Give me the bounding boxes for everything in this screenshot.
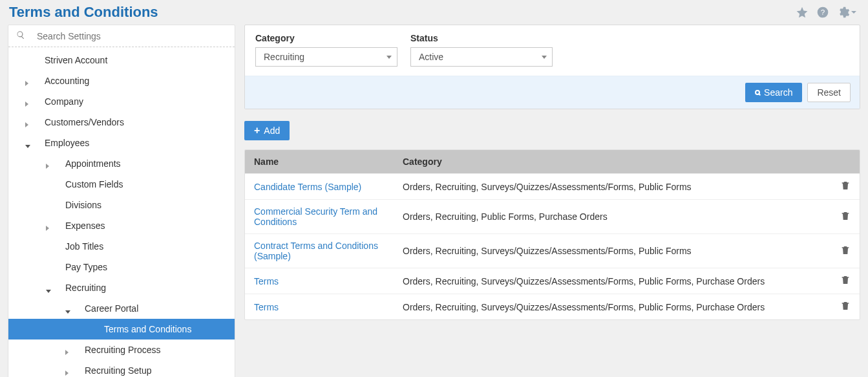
expander-icon[interactable] <box>65 305 72 312</box>
expander-icon[interactable] <box>25 78 32 84</box>
row-category: Orders, Recruiting, Public Forms, Purcha… <box>403 211 825 222</box>
search-icon <box>755 90 760 95</box>
row-name-link[interactable]: Contract Terms and Conditions (Sample) <box>254 241 378 261</box>
sidebar-item-recruiting[interactable]: Recruiting <box>8 277 235 298</box>
spacer <box>46 202 52 208</box>
status-label: Status <box>410 33 553 43</box>
expander-icon[interactable] <box>46 285 52 291</box>
sidebar-item-label: Company <box>45 96 83 107</box>
add-button[interactable]: + Add <box>244 121 290 140</box>
gear-icon[interactable] <box>837 6 856 19</box>
main-content: Category Recruiting Status Active <box>244 25 860 377</box>
expander-icon[interactable] <box>65 367 72 374</box>
expander-icon[interactable] <box>25 140 32 146</box>
expander-icon[interactable] <box>25 119 32 125</box>
category-label: Category <box>255 33 397 43</box>
row-name-link[interactable]: Terms <box>254 302 279 312</box>
sidebar-item-terms-and-conditions[interactable]: Terms and Conditions <box>8 319 235 339</box>
sidebar-item-label: Accounting <box>45 76 89 86</box>
spacer <box>25 57 32 63</box>
sidebar-item-label: Terms and Conditions <box>104 324 191 334</box>
spacer <box>85 326 91 332</box>
sidebar-item-accounting[interactable]: Accounting <box>8 70 235 91</box>
category-select[interactable]: Recruiting <box>255 47 397 67</box>
search-button-label: Search <box>764 87 792 98</box>
trash-icon[interactable] <box>840 277 851 287</box>
table-row: Candidate Terms (Sample)Orders, Recruiti… <box>245 173 860 199</box>
spacer <box>46 264 52 270</box>
sidebar-item-company[interactable]: Company <box>8 91 235 112</box>
sidebar-item-label: Employees <box>45 138 89 148</box>
sidebar-item-employees[interactable]: Employees <box>8 133 235 153</box>
row-category: Orders, Recruiting, Surveys/Quizzes/Asse… <box>403 182 825 192</box>
col-header-name: Name <box>254 156 403 167</box>
search-input[interactable] <box>37 31 227 41</box>
help-icon[interactable]: ? <box>816 6 829 19</box>
spacer <box>46 243 52 250</box>
plus-icon: + <box>254 125 260 136</box>
reset-button[interactable]: Reset <box>807 83 851 102</box>
sidebar-item-label: Recruiting Process <box>85 345 161 355</box>
row-category: Orders, Recruiting, Surveys/Quizzes/Asse… <box>403 302 825 312</box>
table-header: Name Category <box>245 150 860 173</box>
row-name-link[interactable]: Terms <box>254 276 279 286</box>
filter-panel: Category Recruiting Status Active <box>244 25 860 109</box>
table-row: TermsOrders, Recruiting, Surveys/Quizzes… <box>245 268 860 294</box>
table-row: Commercial Security Term and ConditionsO… <box>245 199 860 233</box>
expander-icon[interactable] <box>46 160 52 167</box>
sidebar-item-label: Pay Types <box>65 262 107 272</box>
sidebar-item-pay-types[interactable]: Pay Types <box>8 257 235 277</box>
star-icon[interactable] <box>796 6 809 19</box>
status-value: Active <box>419 52 443 62</box>
trash-icon[interactable] <box>840 182 851 193</box>
sidebar-item-career-portal[interactable]: Career Portal <box>8 298 235 319</box>
sidebar-item-label: Expenses <box>65 221 105 231</box>
chevron-down-icon <box>542 56 547 59</box>
sidebar-item-label: Job Titles <box>65 241 103 252</box>
sidebar-item-expenses[interactable]: Expenses <box>8 215 235 236</box>
trash-icon[interactable] <box>840 303 851 313</box>
expander-icon[interactable] <box>25 98 32 105</box>
category-value: Recruiting <box>264 52 304 62</box>
sidebar-item-appointments[interactable]: Appointments <box>8 153 235 174</box>
sidebar-item-label: Customers/Vendors <box>45 117 124 127</box>
sidebar-item-striven-account[interactable]: Striven Account <box>8 50 235 70</box>
trash-icon[interactable] <box>840 213 851 223</box>
search-icon <box>16 30 25 41</box>
table-row: Contract Terms and Conditions (Sample)Or… <box>245 233 860 268</box>
sidebar-item-label: Recruiting Setup <box>85 365 152 376</box>
sidebar-item-label: Appointments <box>65 158 121 169</box>
sidebar-item-label: Striven Account <box>45 55 107 65</box>
sidebar-item-label: Recruiting <box>65 283 106 293</box>
header-icons: ? <box>796 6 856 19</box>
sidebar-item-customers-vendors[interactable]: Customers/Vendors <box>8 112 235 133</box>
row-name-link[interactable]: Candidate Terms (Sample) <box>254 182 361 192</box>
row-category: Orders, Recruiting, Surveys/Quizzes/Asse… <box>403 246 825 256</box>
expander-icon[interactable] <box>46 222 52 229</box>
sidebar-item-label: Career Portal <box>85 303 138 314</box>
sidebar-item-divisions[interactable]: Divisions <box>8 195 235 215</box>
table-row: TermsOrders, Recruiting, Surveys/Quizzes… <box>245 294 860 319</box>
sidebar-item-recruiting-setup[interactable]: Recruiting Setup <box>8 360 235 377</box>
row-category: Orders, Recruiting, Surveys/Quizzes/Asse… <box>403 276 825 286</box>
col-header-category: Category <box>403 156 825 167</box>
chevron-down-icon <box>386 56 392 59</box>
sidebar-item-label: Custom Fields <box>65 179 123 189</box>
sidebar-item-job-titles[interactable]: Job Titles <box>8 236 235 257</box>
reset-button-label: Reset <box>817 87 841 98</box>
settings-sidebar: Striven AccountAccountingCompanyCustomer… <box>8 25 235 377</box>
add-button-label: Add <box>264 125 280 136</box>
svg-text:?: ? <box>821 8 825 16</box>
search-button[interactable]: Search <box>745 83 802 102</box>
results-table: Name Category Candidate Terms (Sample)Or… <box>244 149 860 320</box>
spacer <box>46 181 52 188</box>
page-title: Terms and Conditions <box>9 4 158 21</box>
trash-icon[interactable] <box>840 247 851 257</box>
row-name-link[interactable]: Commercial Security Term and Conditions <box>254 206 377 227</box>
sidebar-item-custom-fields[interactable]: Custom Fields <box>8 174 235 195</box>
sidebar-item-recruiting-process[interactable]: Recruiting Process <box>8 339 235 360</box>
expander-icon[interactable] <box>65 347 72 353</box>
settings-tree: Striven AccountAccountingCompanyCustomer… <box>8 47 235 377</box>
status-select[interactable]: Active <box>410 47 553 67</box>
sidebar-item-label: Divisions <box>65 200 101 210</box>
